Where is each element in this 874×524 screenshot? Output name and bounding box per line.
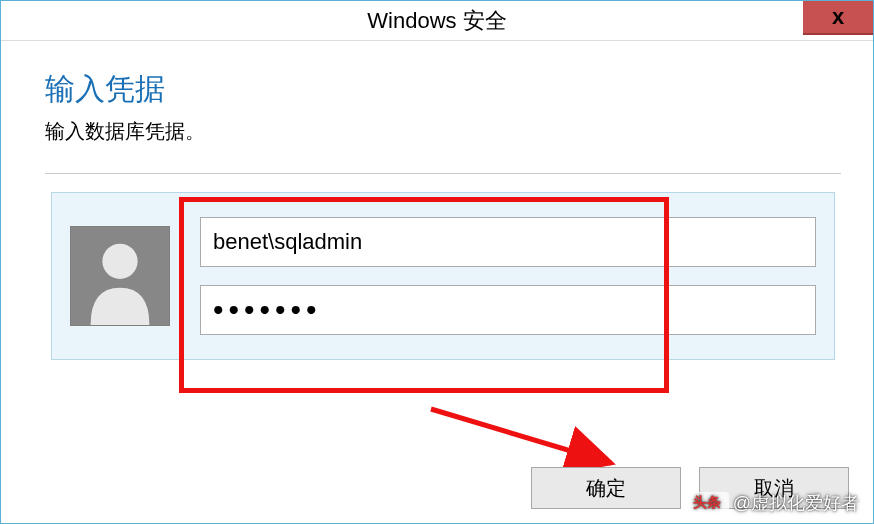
password-input[interactable] — [200, 285, 816, 335]
user-avatar-icon — [70, 226, 170, 326]
dialog-content: 输入凭据 输入数据库凭据。 — [1, 41, 873, 360]
watermark: 头条 @虚拟化爱好者 — [685, 491, 859, 515]
watermark-text: @虚拟化爱好者 — [733, 491, 859, 515]
svg-line-2 — [431, 409, 611, 463]
dialog-heading: 输入凭据 — [45, 69, 841, 110]
dialog-subheading: 输入数据库凭据。 — [45, 118, 841, 145]
credential-fields — [200, 217, 816, 335]
username-input[interactable] — [200, 217, 816, 267]
close-button[interactable]: x — [803, 1, 873, 35]
watermark-badge: 头条 — [685, 492, 729, 514]
ok-button-label: 确定 — [586, 475, 626, 502]
svg-point-1 — [102, 244, 137, 279]
divider — [45, 173, 841, 174]
titlebar: Windows 安全 x — [1, 1, 873, 41]
credential-panel — [51, 192, 835, 360]
window-title: Windows 安全 — [367, 6, 506, 36]
security-dialog-window: Windows 安全 x 输入凭据 输入数据库凭据。 — [0, 0, 874, 524]
close-icon: x — [832, 4, 844, 30]
ok-button[interactable]: 确定 — [531, 467, 681, 509]
